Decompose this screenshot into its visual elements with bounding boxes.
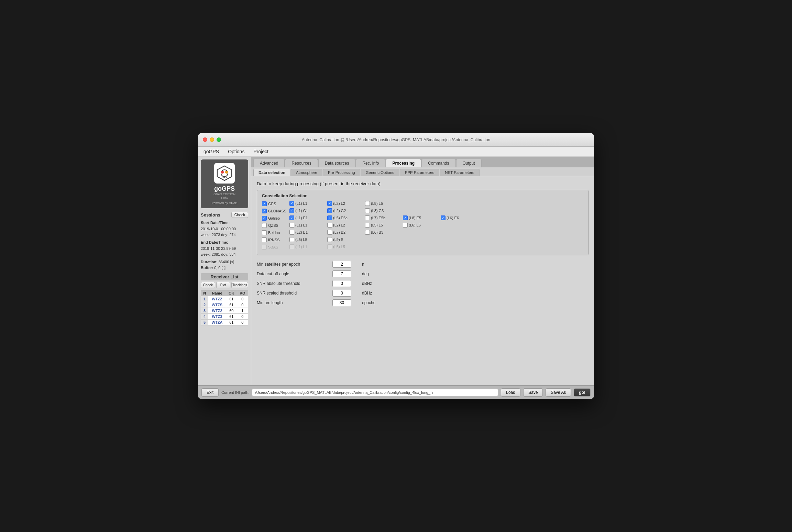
- logo-title: goGPS: [214, 186, 235, 192]
- checkbox-qzss[interactable]: [262, 223, 267, 228]
- tab-processing[interactable]: Processing: [386, 159, 421, 167]
- checkbox-gps[interactable]: [262, 201, 267, 206]
- row-name[interactable]: WTZS: [208, 302, 226, 308]
- constellation-row-gps: GPS(L1) L1(L2) L2(L5) L5: [262, 201, 583, 207]
- subtab-data-selection[interactable]: Data selection: [253, 169, 290, 176]
- signal-label: (L9) S: [333, 237, 343, 242]
- duration-label: Duration:: [201, 260, 218, 264]
- signal-checkbox[interactable]: [365, 208, 370, 213]
- param-label: SNR absolute threshold: [257, 281, 332, 286]
- menu-gogps[interactable]: goGPS: [202, 148, 220, 155]
- row-name[interactable]: WTZA: [208, 319, 226, 325]
- signal-checkbox[interactable]: [327, 223, 332, 228]
- checkbox-galileo[interactable]: [262, 216, 267, 221]
- tab-output[interactable]: Output: [456, 159, 482, 167]
- signal-label: (L7) B2: [333, 230, 345, 234]
- logo-area: GPS goGPS GReD EDITION1.0b7 Powered by G…: [201, 159, 248, 208]
- signal-label: (L3) G3: [371, 209, 384, 213]
- signal-label: (L6) L6: [409, 223, 421, 227]
- row-name[interactable]: WTZ3: [208, 313, 226, 319]
- save-as-button[interactable]: Save As: [546, 388, 571, 397]
- subtab-ppp-parameters[interactable]: PPP Parameters: [400, 169, 439, 176]
- checkbox-sbas: [262, 245, 267, 250]
- svg-point-3: [225, 171, 228, 174]
- menubar: goGPS Options Project: [198, 147, 594, 157]
- signal-checkbox[interactable]: [365, 201, 370, 206]
- signal-label: (L5) E5a: [333, 216, 348, 220]
- tab-advanced[interactable]: Advanced: [253, 159, 285, 167]
- table-row: 3 WTZ2 60 1: [201, 308, 248, 313]
- signal-item: (L9) S: [327, 237, 365, 242]
- row-name[interactable]: WTZ2: [208, 308, 226, 313]
- signal-checkbox[interactable]: [327, 208, 332, 213]
- signal-checkbox[interactable]: [289, 208, 294, 213]
- subtab-net-parameters[interactable]: NET Parameters: [440, 169, 479, 176]
- signal-checkbox[interactable]: [365, 215, 370, 220]
- tab-data-sources[interactable]: Data sources: [318, 159, 356, 167]
- signal-item: (L6) E6: [441, 215, 478, 220]
- signal-checkbox[interactable]: [403, 223, 408, 228]
- load-button[interactable]: Load: [501, 388, 520, 397]
- minimize-button[interactable]: [210, 137, 214, 142]
- row-n: 5: [201, 319, 208, 325]
- go-button[interactable]: go!: [574, 388, 591, 397]
- param-input[interactable]: [332, 270, 351, 277]
- signal-checkbox[interactable]: [365, 230, 370, 235]
- signal-label: (L5) L5: [333, 245, 345, 249]
- row-ko: 0: [237, 313, 248, 319]
- exit-button[interactable]: Exit: [201, 388, 219, 397]
- param-input[interactable]: [332, 280, 351, 287]
- constellation-row-glonass: GLONASS(L1) G1(L2) G2(L3) G3: [262, 208, 583, 214]
- row-n: 4: [201, 313, 208, 319]
- ini-path: /Users/Andrea/Repositories/goGPS_MATLAB/…: [252, 389, 498, 396]
- receiver-check-button[interactable]: Check: [201, 282, 215, 288]
- signal-checkbox[interactable]: [289, 215, 294, 220]
- checkbox-irnss[interactable]: [262, 237, 267, 242]
- signal-checkbox[interactable]: [289, 230, 294, 235]
- row-ok: 61: [226, 296, 237, 302]
- close-button[interactable]: [203, 137, 207, 142]
- tab-rec.-info[interactable]: Rec. Info: [356, 159, 385, 167]
- param-input[interactable]: [332, 261, 351, 268]
- param-input[interactable]: [332, 290, 351, 297]
- signal-item: (L7) E5b: [365, 215, 403, 220]
- checkbox-glonass[interactable]: [262, 209, 267, 213]
- signal-checkbox[interactable]: [441, 215, 446, 220]
- maximize-button[interactable]: [217, 137, 221, 142]
- signal-checkbox[interactable]: [327, 201, 332, 206]
- signal-item: (L2) L2: [327, 201, 365, 206]
- signal-checkbox[interactable]: [365, 223, 370, 228]
- menu-project[interactable]: Project: [252, 148, 270, 155]
- checkbox-beidou[interactable]: [262, 230, 267, 235]
- subtab-atmosphere[interactable]: Atmosphere: [291, 169, 322, 176]
- signal-checkbox[interactable]: [403, 215, 408, 220]
- row-ok: 61: [226, 302, 237, 308]
- tab-resources[interactable]: Resources: [285, 159, 318, 167]
- row-name[interactable]: WTZZ: [208, 296, 226, 302]
- sessions-check-button[interactable]: Check: [231, 212, 248, 218]
- signal-checkbox: [327, 244, 332, 249]
- row-n: 2: [201, 302, 208, 308]
- signal-checkbox[interactable]: [327, 230, 332, 235]
- subtab-pre-processing[interactable]: Pre-Processing: [323, 169, 360, 176]
- signal-checkbox[interactable]: [289, 237, 294, 242]
- subtab-generic-options[interactable]: Generic Options: [361, 169, 399, 176]
- signal-item: (L1) E1: [289, 215, 327, 220]
- col-ko: KO: [237, 290, 248, 296]
- param-input[interactable]: [332, 299, 351, 306]
- current-ini-label: Current INI path:: [221, 390, 249, 395]
- signal-checkbox[interactable]: [289, 201, 294, 206]
- row-ok: 60: [226, 308, 237, 313]
- save-button[interactable]: Save: [523, 388, 543, 397]
- signal-checkbox[interactable]: [289, 223, 294, 228]
- signal-checkbox[interactable]: [327, 215, 332, 220]
- signal-checkbox: [289, 244, 294, 249]
- signal-item: (L5) L5: [365, 223, 403, 228]
- constellation-box-title: Constellation Selection: [262, 193, 583, 198]
- receiver-plot-button[interactable]: Plot: [216, 282, 231, 288]
- signal-checkbox[interactable]: [327, 237, 332, 242]
- menu-options[interactable]: Options: [227, 148, 246, 155]
- table-row: 5 WTZA 61 0: [201, 319, 248, 325]
- receiver-trackings-button[interactable]: Trackings: [231, 282, 248, 288]
- tab-commands[interactable]: Commands: [421, 159, 455, 167]
